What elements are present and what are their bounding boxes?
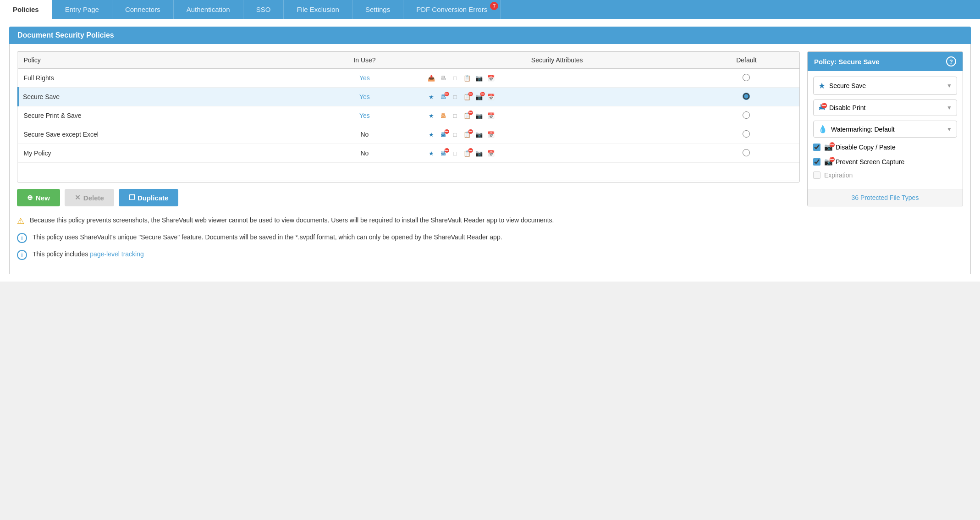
warning-icon: ⚠: [17, 216, 24, 226]
print-dropdown[interactable]: 🖶⛔ Disable Print ▼: [813, 100, 957, 116]
tabs-bar: PoliciesEntry PageConnectorsAuthenticati…: [0, 0, 980, 19]
default-cell: [694, 144, 799, 163]
table-row[interactable]: Full RightsYes 📥 🖶 □ 📋 📷 📅: [18, 69, 800, 88]
help-icon[interactable]: ?: [946, 56, 956, 66]
in-use-cell: Yes: [308, 88, 420, 106]
security-attrs-cell: ★ 🖶⛔ □ 📋⛔ 📷 📅: [421, 125, 694, 144]
info-text-2: This policy includes page-level tracking: [33, 249, 144, 259]
info-message-1: i This policy uses ShareVault's unique "…: [17, 232, 963, 243]
star-icon: ★: [818, 81, 826, 91]
in-use-cell: No: [308, 144, 420, 163]
tab-badge-pdf-conversion-errors: 7: [490, 2, 498, 10]
table-row[interactable]: Secure Save except ExcelNo ★ 🖶⛔ □ 📋⛔ 📷 📅: [18, 125, 800, 144]
disable-copy-label[interactable]: 📷⛔ Disable Copy / Paste: [824, 143, 896, 151]
policy-dropdown[interactable]: ★ Secure Save ▼: [813, 77, 957, 95]
info-icon-2: i: [17, 250, 27, 260]
prevent-screen-label[interactable]: 📷⛔ Prevent Screen Capture: [824, 158, 904, 166]
print-icon: 🖶⛔: [818, 104, 826, 112]
policy-dropdown-label: Secure Save: [829, 82, 866, 89]
yes-link[interactable]: Yes: [359, 93, 370, 100]
screen-capture-icon: 📷⛔: [824, 158, 833, 166]
policy-name: My Policy: [18, 144, 309, 163]
expiration-row: Expiration: [813, 171, 957, 179]
in-use-cell: Yes: [308, 69, 420, 88]
delete-button[interactable]: ✕ Delete: [65, 189, 114, 206]
info-text-1: This policy uses ShareVault's unique "Se…: [33, 232, 502, 242]
new-button[interactable]: ⊕ New: [17, 189, 60, 206]
default-radio[interactable]: [743, 130, 750, 138]
tab-connectors[interactable]: Connectors: [112, 0, 174, 19]
yes-link[interactable]: Yes: [359, 74, 370, 82]
security-attrs-cell: ★ 🖶⛔ □ 📋⛔ 📷⛔ 📅: [421, 88, 694, 106]
disable-copy-row: 📷⛔ Disable Copy / Paste: [813, 142, 957, 152]
tab-pdf-conversion-errors[interactable]: PDF Conversion Errors7: [403, 0, 501, 19]
tab-entry-page[interactable]: Entry Page: [52, 0, 112, 19]
warning-text: Because this policy prevents screenshots…: [30, 216, 554, 225]
print-dropdown-label: Disable Print: [829, 104, 865, 111]
info-icon-1: i: [17, 233, 27, 243]
plus-icon: ⊕: [27, 194, 33, 202]
right-panel: Policy: Secure Save ? ★ Secure Save ▼: [807, 51, 963, 206]
tab-settings[interactable]: Settings: [352, 0, 403, 19]
watermark-icon: 💧: [818, 125, 827, 133]
warning-message: ⚠ Because this policy prevents screensho…: [17, 216, 963, 226]
messages-area: ⚠ Because this policy prevents screensho…: [17, 216, 963, 260]
security-attrs-cell: ★ 🖶⛔ □ 📋⛔ 📷 📅: [421, 144, 694, 163]
tab-file-exclusion[interactable]: File Exclusion: [284, 0, 352, 19]
watermark-dropdown-label: Watermarking: Default: [831, 126, 895, 133]
policy-name: Secure Print & Save: [18, 106, 309, 125]
chevron-down-icon: ▼: [947, 83, 952, 89]
copy-icon: ❐: [129, 194, 135, 202]
tab-sso[interactable]: SSO: [243, 0, 284, 19]
tab-policies[interactable]: Policies: [0, 0, 52, 19]
security-attrs-cell: ★ 🖶 □ 📋⛔ 📷 📅: [421, 106, 694, 125]
col-policy: Policy: [18, 52, 309, 69]
watermark-dropdown[interactable]: 💧 Watermarking: Default ▼: [813, 121, 957, 138]
yes-link[interactable]: Yes: [359, 112, 370, 119]
prevent-screen-checkbox[interactable]: [813, 158, 820, 166]
default-cell: [694, 106, 799, 125]
prevent-screen-row: 📷⛔ Prevent Screen Capture: [813, 157, 957, 167]
default-radio[interactable]: [743, 93, 750, 100]
expiration-checkbox[interactable]: [813, 171, 820, 179]
table-row[interactable]: My PolicyNo ★ 🖶⛔ □ 📋⛔ 📷 📅: [18, 144, 800, 163]
default-cell: [694, 88, 799, 106]
policy-name: Secure Save except Excel: [18, 125, 309, 144]
default-cell: [694, 69, 799, 88]
section-title: Document Security Policies: [9, 27, 971, 44]
policy-table: Policy In Use? Security Attributes Defau…: [17, 52, 799, 181]
default-radio[interactable]: [743, 111, 750, 119]
expiration-label: Expiration: [824, 171, 853, 179]
in-use-cell: No: [308, 125, 420, 144]
protected-file-types-link[interactable]: 36 Protected File Types: [808, 189, 963, 206]
page-level-tracking-link[interactable]: page-level tracking: [90, 250, 144, 258]
security-attrs-cell: 📥 🖶 □ 📋 📷 📅: [421, 69, 694, 88]
col-inuse: In Use?: [308, 52, 420, 69]
default-radio[interactable]: [743, 149, 750, 156]
copy-paste-icon: 📷⛔: [824, 143, 833, 151]
panel-title: Policy: Secure Save: [814, 58, 880, 66]
policy-name: Full Rights: [18, 69, 309, 88]
duplicate-button[interactable]: ❐ Duplicate: [119, 189, 179, 206]
in-use-cell: Yes: [308, 106, 420, 125]
disable-copy-checkbox[interactable]: [813, 144, 820, 151]
chevron-down-icon3: ▼: [947, 126, 952, 133]
default-radio[interactable]: [743, 74, 750, 81]
tab-authentication[interactable]: Authentication: [174, 0, 243, 19]
x-icon: ✕: [75, 194, 81, 202]
col-security: Security Attributes: [421, 52, 694, 69]
table-row[interactable]: Secure Print & SaveYes ★ 🖶 □ 📋⛔ 📷 📅: [18, 106, 800, 125]
info-message-2: i This policy includes page-level tracki…: [17, 249, 963, 260]
col-default: Default: [694, 52, 799, 69]
table-row[interactable]: Secure SaveYes ★ 🖶⛔ □ 📋⛔ 📷⛔ 📅: [18, 88, 800, 106]
default-cell: [694, 125, 799, 144]
policy-name: Secure Save: [18, 88, 309, 106]
empty-row: [18, 163, 800, 181]
chevron-down-icon2: ▼: [947, 105, 952, 111]
